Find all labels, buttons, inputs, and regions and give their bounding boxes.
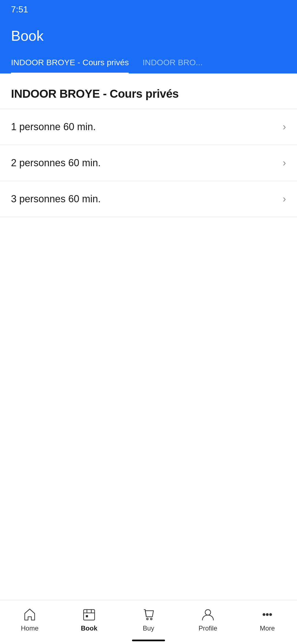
status-bar: 7:51 <box>0 0 297 22</box>
list-item-label-1: 1 personne 60 min. <box>11 121 96 133</box>
nav-item-home[interactable]: Home <box>0 607 59 632</box>
bottom-nav: Home Book Buy <box>0 600 297 644</box>
nav-label-book: Book <box>81 624 97 632</box>
nav-label-more: More <box>260 624 275 632</box>
list-item-label-3: 3 personnes 60 min. <box>11 193 101 205</box>
svg-rect-0 <box>84 610 95 620</box>
home-indicator <box>132 640 165 641</box>
nav-label-home: Home <box>21 624 38 632</box>
header: Book INDOOR BROYE - Cours privés INDOOR … <box>0 22 297 73</box>
profile-icon <box>200 607 216 622</box>
header-tab-active[interactable]: INDOOR BROYE - Cours privés <box>11 52 129 73</box>
header-tabs: INDOOR BROYE - Cours privés INDOOR BRO..… <box>11 52 286 73</box>
list-item-label-2: 2 personnes 60 min. <box>11 157 101 169</box>
nav-item-book[interactable]: Book <box>59 607 119 632</box>
section-title: INDOOR BROYE - Cours privés <box>0 73 297 109</box>
list-item[interactable]: 2 personnes 60 min. › <box>0 145 297 181</box>
svg-point-10 <box>269 613 272 616</box>
header-tab-secondary[interactable]: INDOOR BRO... <box>142 52 202 73</box>
chevron-right-icon-2: › <box>283 157 286 169</box>
svg-point-5 <box>147 618 148 620</box>
home-icon <box>22 607 37 622</box>
nav-label-profile: Profile <box>199 624 217 632</box>
chevron-right-icon-3: › <box>283 193 286 205</box>
more-icon <box>260 607 275 622</box>
book-icon <box>81 607 97 622</box>
buy-icon <box>141 607 156 622</box>
nav-item-profile[interactable]: Profile <box>178 607 238 632</box>
svg-rect-4 <box>86 615 88 617</box>
svg-point-7 <box>205 610 211 615</box>
svg-point-6 <box>150 618 152 620</box>
list-item[interactable]: 1 personne 60 min. › <box>0 109 297 145</box>
content-area: INDOOR BROYE - Cours privés 1 personne 6… <box>0 73 297 409</box>
header-title: Book <box>11 28 286 44</box>
nav-item-buy[interactable]: Buy <box>119 607 178 632</box>
status-time: 7:51 <box>11 5 28 14</box>
nav-item-more[interactable]: More <box>238 607 297 632</box>
svg-point-8 <box>263 613 265 616</box>
svg-point-9 <box>266 613 269 616</box>
list-item[interactable]: 3 personnes 60 min. › <box>0 181 297 217</box>
nav-label-buy: Buy <box>143 624 154 632</box>
chevron-right-icon-1: › <box>283 121 286 133</box>
